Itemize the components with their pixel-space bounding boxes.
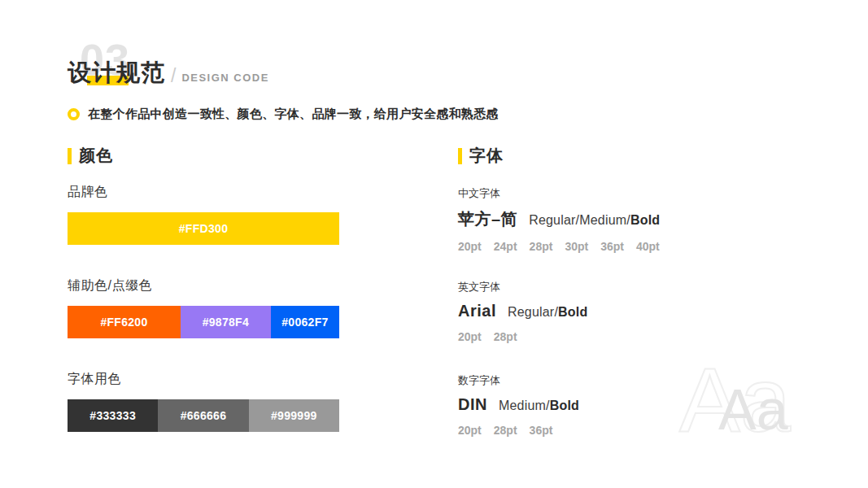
font-sizes-row: 20pt 28pt 36pt <box>458 424 579 437</box>
font-group-english: 英文字体 Arial Regular/Bold 20pt 28pt <box>458 280 587 343</box>
watermark-solid-text: Aa <box>718 378 788 442</box>
fonts-section-title: 字体 <box>469 145 504 167</box>
page-subtitle: DESIGN CODE <box>181 72 269 86</box>
font-size-item: 30pt <box>565 240 588 253</box>
font-size-item: 40pt <box>636 240 660 253</box>
color-swatch: #999999 <box>249 399 339 432</box>
page-title-text: 设计规范 <box>68 59 165 85</box>
accent-bar-icon <box>458 148 462 164</box>
font-size-item: 24pt <box>494 240 517 253</box>
title-separator: / <box>171 67 176 86</box>
swatch-hex-label: #0062F7 <box>281 316 328 329</box>
color-swatch: #FF6200 <box>68 306 181 338</box>
color-group-label: 辅助色/点缀色 <box>68 277 339 294</box>
font-weight: Bold <box>558 305 587 319</box>
font-size-item: 36pt <box>600 240 624 253</box>
font-name: 苹方–简 <box>458 208 517 230</box>
color-group-label: 字体用色 <box>68 371 339 388</box>
font-size-item: 20pt <box>458 240 482 253</box>
accent-bar-icon <box>68 148 72 164</box>
color-swatch: #666666 <box>158 399 248 432</box>
color-group-accent: 辅助色/点缀色 #FF6200 #9878F4 #0062F7 <box>68 277 339 338</box>
font-weights: Regular/Medium/Bold <box>529 213 660 228</box>
colors-section-title: 颜色 <box>79 145 113 167</box>
color-swatch: #0062F7 <box>271 306 339 338</box>
font-sizes-row: 20pt 24pt 28pt 30pt 36pt 40pt <box>458 240 660 253</box>
font-group-chinese: 中文字体 苹方–简 Regular/Medium/Bold 20pt 24pt … <box>458 186 660 253</box>
font-name: DIN <box>458 395 487 414</box>
font-sizes-row: 20pt 28pt <box>458 330 587 343</box>
swatch-hex-label: #999999 <box>271 409 317 422</box>
swatch-row: #FF6200 #9878F4 #0062F7 <box>68 306 339 338</box>
font-size-item: 20pt <box>458 424 482 437</box>
font-weight: Regular <box>508 305 554 319</box>
aa-watermark: Aa Aa <box>678 346 868 476</box>
intro-row: 在整个作品中创造一致性、颜色、字体、品牌一致，给用户安全感和熟悉感 <box>68 107 499 122</box>
font-weight: Bold <box>550 399 579 412</box>
font-weights: Regular/Bold <box>508 305 587 320</box>
font-group-number: 数字字体 DIN Medium/Bold 20pt 28pt 36pt <box>458 373 579 437</box>
swatch-row: #333333 #666666 #999999 <box>68 399 339 432</box>
color-swatch: #FFD300 <box>68 212 339 245</box>
font-weight: Medium <box>579 213 626 227</box>
color-swatch: #333333 <box>68 399 158 432</box>
font-size-item: 20pt <box>458 330 482 343</box>
colors-section-head: 颜色 <box>68 145 113 167</box>
color-group-label: 品牌色 <box>68 184 339 201</box>
intro-text: 在整个作品中创造一致性、颜色、字体、品牌一致，给用户安全感和熟悉感 <box>88 107 499 122</box>
color-group-brand: 品牌色 #FFD300 <box>68 184 339 245</box>
font-size-item: 36pt <box>530 424 553 437</box>
font-name-row: DIN Medium/Bold <box>458 395 579 414</box>
swatch-hex-label: #9878F4 <box>203 316 249 329</box>
page-title: 设计规范 <box>68 60 165 86</box>
swatch-hex-label: #FF6200 <box>100 316 147 329</box>
design-code-slide: 03 设计规范 / DESIGN CODE 在整个作品中创造一致性、颜色、字体、… <box>0 0 868 488</box>
font-group-label: 英文字体 <box>458 280 587 294</box>
font-group-label: 中文字体 <box>458 186 660 201</box>
header: 设计规范 / DESIGN CODE <box>68 60 269 86</box>
font-weight: Medium <box>499 399 546 412</box>
fonts-section-head: 字体 <box>458 145 504 167</box>
bullet-ring-icon <box>68 108 80 120</box>
font-weight: Regular <box>529 213 575 227</box>
swatch-row: #FFD300 <box>68 212 339 245</box>
swatch-hex-label: #FFD300 <box>179 222 228 235</box>
font-name-row: Arial Regular/Bold <box>458 302 587 320</box>
color-swatch: #9878F4 <box>181 306 271 338</box>
font-weights: Medium/Bold <box>499 399 579 413</box>
font-size-item: 28pt <box>494 424 517 437</box>
swatch-hex-label: #666666 <box>181 409 227 422</box>
font-weight: Bold <box>630 213 660 227</box>
color-group-text: 字体用色 #333333 #666666 #999999 <box>68 371 339 432</box>
swatch-hex-label: #333333 <box>89 409 136 422</box>
font-size-item: 28pt <box>494 330 517 343</box>
font-name-row: 苹方–简 Regular/Medium/Bold <box>458 208 660 230</box>
font-size-item: 28pt <box>530 240 553 253</box>
font-group-label: 数字字体 <box>458 373 579 388</box>
font-name: Arial <box>458 302 496 320</box>
